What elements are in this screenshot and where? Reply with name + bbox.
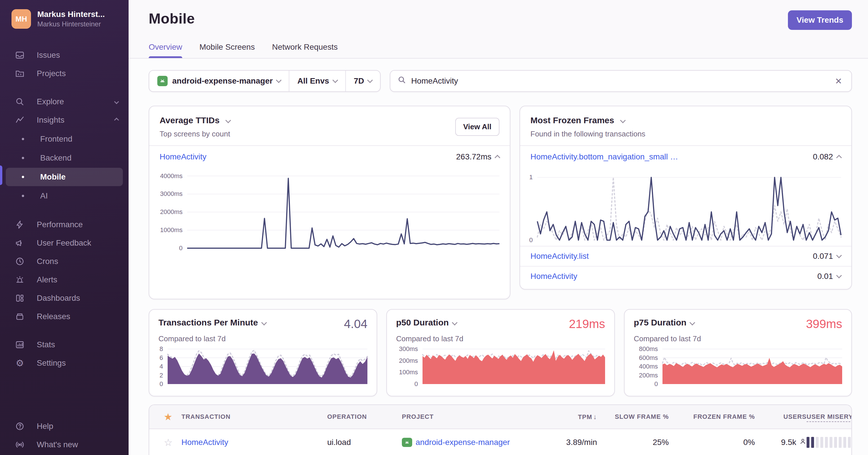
page-content: android-expense-manager All Envs 7D — [129, 59, 868, 455]
star-filter-icon[interactable]: ★ — [155, 411, 181, 423]
y-axis-labels: 01000ms2000ms3000ms4000ms — [155, 172, 187, 248]
transaction-link[interactable]: HomeActivity — [160, 152, 206, 162]
p50-area-chart — [423, 347, 605, 384]
sidebar-item-explore[interactable]: Explore — [0, 92, 129, 111]
column-tpm[interactable]: TPM↓ — [546, 413, 597, 421]
tab-overview[interactable]: Overview — [149, 42, 182, 58]
tab-network-requests[interactable]: Network Requests — [272, 42, 338, 58]
bullet-icon — [22, 157, 24, 159]
date-range-selector[interactable]: 7D — [346, 71, 380, 91]
search-input[interactable] — [411, 77, 832, 86]
card-title[interactable]: Most Frozen Frames — [530, 115, 614, 125]
frozen-row-bottom-navigation[interactable]: HomeActivity.bottom_navigation_small … 0… — [520, 146, 851, 168]
sidebar-item-frontend[interactable]: Frontend — [6, 130, 123, 148]
sidebar-item-mobile[interactable]: Mobile — [6, 168, 123, 186]
sidebar-item-dashboards[interactable]: Dashboards — [0, 289, 129, 307]
card-title[interactable]: p50 Duration — [396, 318, 448, 327]
user-menu[interactable]: MH Markus Hinterst... Markus Hinterstein… — [0, 0, 129, 37]
transaction-link[interactable]: HomeActivity — [181, 438, 228, 447]
sidebar-item-issues[interactable]: Issues — [0, 46, 129, 64]
sidebar-nav: Issues Projects Explore Insights Fronten… — [0, 46, 129, 372]
p50-value: 219ms — [569, 317, 605, 331]
frozen-frames-chart: 01 — [520, 168, 851, 246]
frozen-row-homeactivity[interactable]: HomeActivity 0.01 — [520, 266, 851, 286]
avatar[interactable]: MH — [11, 9, 31, 29]
chevron-down-icon — [261, 320, 267, 325]
help-icon — [15, 421, 25, 431]
filter-bar: android-expense-manager All Envs 7D — [149, 70, 852, 92]
column-project[interactable]: PROJECT — [402, 413, 546, 421]
project-selector[interactable]: android-expense-manager — [149, 71, 289, 91]
column-slow-frame[interactable]: SLOW FRAME % — [597, 413, 669, 421]
column-transaction[interactable]: TRANSACTION — [181, 413, 327, 421]
tpm-cell: 3.89/min — [546, 438, 597, 447]
ttid-row-homeactivity[interactable]: HomeActivity 263.72ms — [149, 146, 510, 168]
transaction-link[interactable]: HomeActivity.list — [530, 252, 589, 261]
android-project-icon — [402, 438, 412, 447]
card-title[interactable]: Transactions Per Minute — [158, 318, 258, 327]
active-nav-indicator — [0, 166, 2, 185]
y-axis-labels: 0100ms200ms300ms — [396, 347, 423, 384]
view-all-button[interactable]: View All — [455, 118, 499, 136]
card-subtitle: Found in the following transactions — [530, 130, 841, 138]
expand-chevron-icon[interactable] — [836, 273, 842, 278]
card-subtitle: Compared to last 7d — [396, 334, 605, 343]
sidebar-item-crons[interactable]: Crons — [0, 252, 129, 271]
p75-area-chart — [662, 347, 842, 384]
slow-frame-cell: 25% — [597, 438, 669, 447]
sidebar-item-releases[interactable]: Releases — [0, 307, 129, 326]
y-axis-labels: 0200ms400ms600ms800ms — [634, 347, 662, 384]
project-cell: android-expense-manager — [402, 438, 546, 447]
y-axis-labels: 01 — [527, 172, 537, 240]
table-header: ★ TRANSACTION OPERATION PROJECT TPM↓ SLO… — [149, 405, 851, 429]
sidebar-item-insights[interactable]: Insights — [0, 111, 129, 129]
p50-chart: 0100ms200ms300ms — [396, 347, 605, 384]
ttid-chart: 01000ms2000ms3000ms4000ms — [149, 168, 510, 248]
sidebar-item-user-feedback[interactable]: User Feedback — [0, 234, 129, 252]
card-title[interactable]: p75 Duration — [634, 318, 686, 327]
sidebar-item-projects[interactable]: Projects — [0, 64, 129, 83]
sidebar-item-performance[interactable]: Performance — [0, 216, 129, 234]
page-filters: android-expense-manager All Envs 7D — [149, 70, 381, 92]
table-row[interactable]: ☆ HomeActivity ui.load android-expense-m… — [149, 429, 851, 455]
sidebar-item-help[interactable]: Help — [0, 417, 129, 435]
collapse-chevron-icon[interactable] — [495, 155, 500, 161]
bullet-icon — [22, 176, 24, 178]
sidebar-item-whats-new[interactable]: What's new — [0, 435, 129, 454]
issues-icon — [15, 50, 25, 60]
p75-value: 399ms — [806, 317, 842, 331]
transaction-link[interactable]: HomeActivity.bottom_navigation_small … — [530, 152, 678, 162]
column-user-misery[interactable]: USER MISERY — [807, 413, 852, 421]
card-title[interactable]: Average TTIDs — [160, 115, 220, 125]
sidebar-item-ai[interactable]: AI — [6, 187, 123, 205]
main-area: Mobile View Trends Overview Mobile Scree… — [129, 0, 868, 455]
transaction-link[interactable]: HomeActivity — [530, 272, 577, 281]
clear-search-icon[interactable]: ✕ — [833, 75, 844, 87]
environment-selector[interactable]: All Envs — [289, 71, 345, 91]
view-trends-button[interactable]: View Trends — [788, 10, 852, 30]
search-bar[interactable]: ✕ — [390, 70, 852, 92]
sidebar-item-stats[interactable]: Stats — [0, 336, 129, 354]
tab-mobile-screens[interactable]: Mobile Screens — [199, 42, 255, 58]
sidebar-item-alerts[interactable]: Alerts — [0, 271, 129, 289]
star-toggle-icon[interactable]: ☆ — [155, 436, 181, 448]
explore-search-icon — [15, 97, 25, 107]
collapse-chevron-icon[interactable] — [836, 155, 842, 161]
chevron-down-icon — [367, 77, 373, 83]
p75-duration-card: p75 Duration 399ms Compared to last 7d 0… — [624, 309, 852, 396]
expand-chevron-icon[interactable] — [836, 253, 842, 258]
frozen-row-list[interactable]: HomeActivity.list 0.071 — [520, 246, 851, 266]
releases-icon — [15, 312, 25, 321]
frozen-line-chart — [537, 172, 841, 240]
sidebar-item-backend[interactable]: Backend — [6, 149, 123, 167]
y-axis-labels: 02468 — [158, 347, 167, 384]
column-users[interactable]: USERS — [755, 413, 807, 421]
column-frozen-frame[interactable]: FROZEN FRAME % — [669, 413, 755, 421]
tpm-area-chart — [167, 347, 367, 384]
sidebar-item-settings[interactable]: ⚙ Settings — [0, 354, 129, 372]
user-icon — [799, 438, 807, 447]
ttid-line-chart — [187, 172, 499, 248]
project-link[interactable]: android-expense-manager — [415, 438, 510, 447]
users-cell: 9.5k — [755, 438, 807, 447]
column-operation[interactable]: OPERATION — [327, 413, 402, 421]
